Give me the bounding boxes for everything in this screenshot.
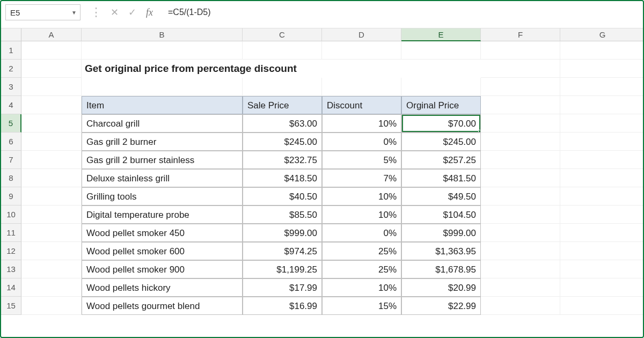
cell-E12[interactable]: $1,363.95 (401, 242, 481, 260)
row-header-5[interactable]: 5 (1, 114, 21, 133)
row-header-2[interactable]: 2 (1, 60, 21, 78)
cell-F1[interactable] (481, 41, 560, 60)
cell-B7[interactable]: Gas grill 2 burner stainless (82, 151, 243, 169)
cell-D10[interactable]: 10% (322, 205, 401, 224)
cell-D14[interactable]: 10% (322, 278, 401, 297)
cell-C7[interactable]: $232.75 (243, 151, 322, 169)
cell-A10[interactable] (21, 205, 82, 224)
col-header-G[interactable]: G (560, 28, 644, 41)
row-header-4[interactable]: 4 (1, 96, 21, 114)
cell-D11[interactable]: 0% (322, 224, 401, 242)
cell-E3[interactable] (401, 78, 481, 96)
cell-F4[interactable] (481, 96, 560, 114)
cell-G5[interactable] (560, 114, 644, 133)
row-header-15[interactable]: 15 (1, 297, 21, 315)
col-header-E[interactable]: E (401, 28, 481, 41)
cell-G10[interactable] (560, 205, 644, 224)
cell-A12[interactable] (21, 242, 82, 260)
row-header-12[interactable]: 12 (1, 242, 21, 260)
cell-A13[interactable] (21, 260, 82, 278)
cell-D6[interactable]: 0% (322, 133, 401, 151)
row-header-7[interactable]: 7 (1, 151, 21, 169)
cell-G1[interactable] (560, 41, 644, 60)
header-original-price[interactable]: Orginal Price (401, 96, 481, 114)
cell-G14[interactable] (560, 278, 644, 297)
cell-D13[interactable]: 25% (322, 260, 401, 278)
cell-A14[interactable] (21, 278, 82, 297)
col-header-F[interactable]: F (481, 28, 560, 41)
cell-A11[interactable] (21, 224, 82, 242)
cell-E14[interactable]: $20.99 (401, 278, 481, 297)
row-header-1[interactable]: 1 (1, 41, 21, 60)
cell-G4[interactable] (560, 96, 644, 114)
cell-F5[interactable] (481, 114, 560, 133)
cell-E11[interactable]: $999.00 (401, 224, 481, 242)
row-header-11[interactable]: 11 (1, 224, 21, 242)
row-header-3[interactable]: 3 (1, 78, 21, 96)
col-header-D[interactable]: D (322, 28, 401, 41)
header-sale-price[interactable]: Sale Price (243, 96, 322, 114)
header-item[interactable]: Item (82, 96, 243, 114)
cell-C5[interactable]: $63.00 (243, 114, 322, 133)
row-header-9[interactable]: 9 (1, 187, 21, 205)
cell-G12[interactable] (560, 242, 644, 260)
cell-D12[interactable]: 25% (322, 242, 401, 260)
cell-B1[interactable] (82, 41, 243, 60)
cell-G7[interactable] (560, 151, 644, 169)
cell-D8[interactable]: 7% (322, 169, 401, 187)
cell-A7[interactable] (21, 151, 82, 169)
spreadsheet-grid[interactable]: A B C D E F G 1 2 Get original price fro… (1, 28, 643, 315)
cell-B10[interactable]: Digital temperature probe (82, 205, 243, 224)
col-header-A[interactable]: A (21, 28, 82, 41)
sheet-title[interactable]: Get original price from percentage disco… (82, 60, 481, 78)
fill-handle[interactable] (478, 130, 481, 133)
cell-F13[interactable] (481, 260, 560, 278)
cell-D9[interactable]: 10% (322, 187, 401, 205)
cell-F12[interactable] (481, 242, 560, 260)
cell-A5[interactable] (21, 114, 82, 133)
cell-B5[interactable]: Charcoal grill (82, 114, 243, 133)
cell-G8[interactable] (560, 169, 644, 187)
cell-B3[interactable] (82, 78, 243, 96)
cell-G13[interactable] (560, 260, 644, 278)
cell-E7[interactable]: $257.25 (401, 151, 481, 169)
cell-B6[interactable]: Gas grill 2 burner (82, 133, 243, 151)
cell-C6[interactable]: $245.00 (243, 133, 322, 151)
cell-C3[interactable] (243, 78, 322, 96)
cell-F10[interactable] (481, 205, 560, 224)
row-header-10[interactable]: 10 (1, 205, 21, 224)
cell-B13[interactable]: Wood pellet smoker 900 (82, 260, 243, 278)
cell-A2[interactable] (21, 60, 82, 78)
cell-B8[interactable]: Deluxe stainless grill (82, 169, 243, 187)
row-header-8[interactable]: 8 (1, 169, 21, 187)
cell-B12[interactable]: Wood pellet smoker 600 (82, 242, 243, 260)
cell-C12[interactable]: $974.25 (243, 242, 322, 260)
cell-B15[interactable]: Wood pellets gourmet blend (82, 297, 243, 315)
cell-C13[interactable]: $1,199.25 (243, 260, 322, 278)
cell-D3[interactable] (322, 78, 401, 96)
cell-G15[interactable] (560, 297, 644, 315)
cell-A4[interactable] (21, 96, 82, 114)
cell-C8[interactable]: $418.50 (243, 169, 322, 187)
cell-D15[interactable]: 15% (322, 297, 401, 315)
cell-C14[interactable]: $17.99 (243, 278, 322, 297)
cell-E8[interactable]: $481.50 (401, 169, 481, 187)
col-header-B[interactable]: B (82, 28, 243, 41)
cell-F11[interactable] (481, 224, 560, 242)
cell-D5[interactable]: 10% (322, 114, 401, 133)
cell-A3[interactable] (21, 78, 82, 96)
cell-E15[interactable]: $22.99 (401, 297, 481, 315)
cell-E1[interactable] (401, 41, 481, 60)
row-header-14[interactable]: 14 (1, 278, 21, 297)
cell-G6[interactable] (560, 133, 644, 151)
cell-A6[interactable] (21, 133, 82, 151)
select-all-corner[interactable] (1, 28, 21, 41)
name-box[interactable]: E5 ▼ (5, 4, 80, 20)
cell-A1[interactable] (21, 41, 82, 60)
name-box-dropdown-icon[interactable]: ▼ (71, 10, 77, 16)
cell-E13[interactable]: $1,678.95 (401, 260, 481, 278)
header-discount[interactable]: Discount (322, 96, 401, 114)
cell-F3[interactable] (481, 78, 560, 96)
cell-F8[interactable] (481, 169, 560, 187)
col-header-C[interactable]: C (243, 28, 322, 41)
